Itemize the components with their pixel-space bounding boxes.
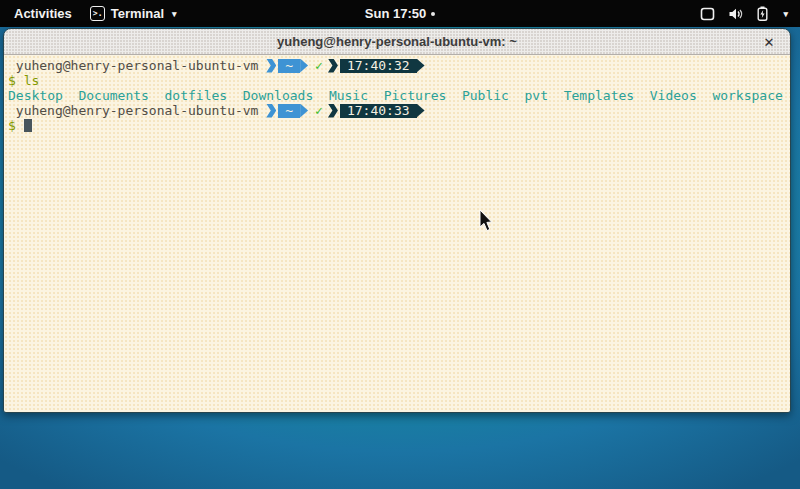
directory-name: Videos xyxy=(650,88,697,103)
prompt-line-1: yuheng@henry-personal-ubuntu-vm ~ ✓ 17:4… xyxy=(8,58,788,73)
input-line[interactable]: $ xyxy=(8,118,788,133)
powerline-arrow-icon xyxy=(417,59,425,73)
prompt-symbol: $ xyxy=(8,73,16,88)
directory-name: Documents xyxy=(78,88,148,103)
directory-name: Music xyxy=(329,88,368,103)
top-bar: Activities >. Terminal ▾ Sun 17:50 ▾ xyxy=(0,0,800,27)
prompt-time-segment: 17:40:33 xyxy=(328,104,425,118)
clock-label[interactable]: Sun 17:50 xyxy=(365,6,426,21)
prompt-user-host: yuheng@henry-personal-ubuntu-vm xyxy=(16,103,259,118)
command-line: $ ls xyxy=(8,73,788,88)
top-bar-left: Activities >. Terminal ▾ xyxy=(0,4,177,23)
directory-name: dotfiles xyxy=(165,88,228,103)
prompt-symbol: $ xyxy=(8,118,16,133)
directory-name: workspace xyxy=(712,88,782,103)
system-status-area[interactable]: ▾ xyxy=(700,6,800,21)
powerline-arrow-icon xyxy=(300,104,308,118)
directory-name: Templates xyxy=(564,88,634,103)
directory-name: Public xyxy=(462,88,509,103)
terminal-content[interactable]: yuheng@henry-personal-ubuntu-vm ~ ✓ 17:4… xyxy=(4,55,790,412)
window-titlebar[interactable]: yuheng@henry-personal-ubuntu-vm: ~ ✕ xyxy=(4,29,790,55)
directory-name: Desktop xyxy=(8,88,63,103)
prompt-cwd-segment: ~ xyxy=(266,104,308,118)
powerline-chevron-icon xyxy=(266,59,276,73)
powerline-chevron-icon xyxy=(266,104,276,118)
display-icon xyxy=(700,7,715,21)
notification-dot xyxy=(431,12,435,16)
powerline-chevron-icon xyxy=(328,59,338,73)
app-menu-terminal[interactable]: >. Terminal ▾ xyxy=(90,6,177,21)
directory-name: Pictures xyxy=(384,88,447,103)
prompt-cwd: ~ xyxy=(278,104,300,118)
powerline-arrow-icon xyxy=(417,104,425,118)
powerline-arrow-icon xyxy=(300,59,308,73)
powerline-chevron-icon xyxy=(328,104,338,118)
terminal-window: yuheng@henry-personal-ubuntu-vm: ~ ✕ yuh… xyxy=(3,28,791,413)
chevron-down-icon: ▾ xyxy=(783,9,788,19)
command-text: ls xyxy=(24,73,40,88)
activities-button[interactable]: Activities xyxy=(10,4,76,23)
directory-name: Downloads xyxy=(243,88,313,103)
terminal-cursor xyxy=(24,119,32,132)
prompt-cwd-segment: ~ xyxy=(266,59,308,73)
prompt-time-segment: 17:40:32 xyxy=(328,59,425,73)
status-check-icon: ✓ xyxy=(315,58,323,73)
prompt-user-host: yuheng@henry-personal-ubuntu-vm xyxy=(16,58,259,73)
prompt-line-2: yuheng@henry-personal-ubuntu-vm ~ ✓ 17:4… xyxy=(8,103,788,118)
app-menu-label: Terminal xyxy=(111,6,164,21)
prompt-time: 17:40:32 xyxy=(340,59,417,73)
chevron-down-icon: ▾ xyxy=(172,9,177,19)
ls-output-line: Desktop Documents dotfiles Downloads Mus… xyxy=(8,88,788,103)
terminal-icon: >. xyxy=(90,6,105,21)
window-title: yuheng@henry-personal-ubuntu-vm: ~ xyxy=(277,34,517,49)
battery-charging-icon xyxy=(757,6,768,21)
prompt-time: 17:40:33 xyxy=(340,104,417,118)
close-icon[interactable]: ✕ xyxy=(758,29,780,55)
volume-icon xyxy=(728,7,744,21)
prompt-cwd: ~ xyxy=(278,59,300,73)
directory-name: pvt xyxy=(525,88,548,103)
status-check-icon: ✓ xyxy=(315,103,323,118)
